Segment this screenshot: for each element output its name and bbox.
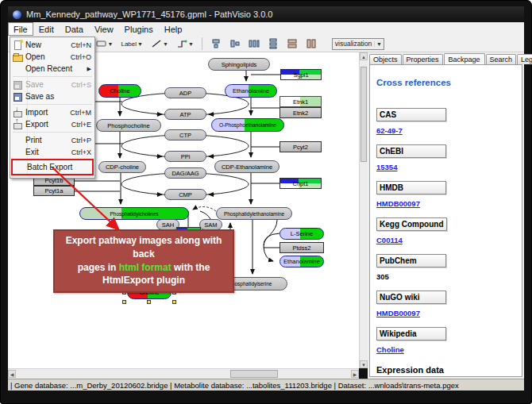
node-cdp-choline[interactable]: CDP-choline (98, 161, 146, 173)
xref-link[interactable]: 15354 (376, 163, 517, 171)
section-header: Kegg Compound (376, 217, 447, 231)
canvas-vertical-scrollbar[interactable]: ▲ ▼ (359, 52, 368, 368)
node-cdp-ethanolamine[interactable]: CDP-Ethanolamine (214, 160, 279, 173)
xref-link[interactable]: C00114 (376, 236, 517, 244)
menu-item-label: Print (25, 136, 69, 144)
node-pcyt2[interactable]: Pcyt2 (279, 141, 322, 152)
add-connector-button[interactable]: ▼ (174, 36, 196, 52)
backpage-section-hmdb: HMDBHMDB00097 (376, 179, 517, 208)
menu-view[interactable]: View (89, 22, 119, 36)
file-menu-item-save-as[interactable]: Save as (11, 90, 94, 102)
menu-icon-spacer (14, 163, 25, 172)
status-text: | Gene database: ...m_Derby_20120602.bri… (10, 381, 459, 390)
menu-plugins[interactable]: Plugins (119, 22, 159, 36)
node-pcyt1a[interactable]: Pcyt1a (33, 186, 75, 196)
add-datanode-button[interactable]: ▼ (94, 36, 116, 52)
file-menu-item-print[interactable]: PrintCtrl+P (11, 134, 94, 146)
align-center-button[interactable] (208, 36, 224, 52)
file-menu-item-new[interactable]: NewCtrl+N (11, 39, 94, 51)
node-ppi[interactable]: PPi (164, 151, 206, 162)
common-height-button[interactable] (303, 36, 319, 52)
file-menu-item-export[interactable]: ExportCtrl+E (11, 118, 94, 130)
node-etnk1[interactable]: Etnk1 (279, 96, 322, 107)
selection-handle[interactable] (122, 300, 126, 304)
file-menu: NewCtrl+NOpenCtrl+OOpen Recent▶SaveCtrl+… (10, 37, 95, 179)
selection-handle[interactable] (172, 300, 176, 304)
common-width-button[interactable] (284, 36, 300, 52)
node-sgpl1[interactable]: Sgpl1 (280, 69, 322, 80)
backpage-section-nugo-wiki: NuGO wikiHMDB00097 (376, 289, 517, 317)
node-choline[interactable]: Choline (98, 84, 141, 98)
node-sphingolipids[interactable]: Sphingolipids (208, 58, 270, 71)
visualization-combobox[interactable]: visualization ▼ (332, 38, 384, 50)
node-ethanolamine[interactable]: Ethanolamine (225, 84, 277, 98)
export-icon (13, 120, 23, 129)
node-phosphatidylethanolamine[interactable]: Phosphatidylethanolamine (216, 207, 292, 220)
scroll-up-icon[interactable]: ▲ (360, 52, 368, 60)
node-phosphocholine[interactable]: Phosphocholine (96, 119, 161, 132)
distribute-vertical-button[interactable] (265, 36, 281, 52)
node-sam[interactable]: SAM (199, 219, 222, 230)
node-adp[interactable]: ADP (164, 87, 206, 98)
tab-search[interactable]: Search (486, 54, 517, 64)
chevron-down-icon[interactable]: ▼ (137, 41, 143, 47)
horizontal-scroll-thumb[interactable] (230, 370, 278, 378)
vertical-scroll-thumb[interactable] (360, 67, 367, 162)
callout-annotation: Export pathway images along with back pa… (53, 229, 234, 293)
new-file-icon (13, 40, 23, 50)
chevron-down-icon[interactable]: ▼ (108, 41, 114, 47)
node-dag-aag[interactable]: DAG/AAG (164, 167, 206, 179)
scroll-left-icon[interactable]: ◀ (8, 370, 16, 378)
add-label-button[interactable]: Label ▼ (118, 36, 145, 52)
add-line-button[interactable]: ▼ (148, 36, 171, 52)
xref-link[interactable]: HMDB00097 (376, 199, 517, 208)
tab-legend[interactable]: Legend (517, 54, 532, 64)
tab-properties[interactable]: Properties (403, 54, 443, 64)
menu-bar: FileEditDataViewPluginsHelp (8, 22, 524, 36)
file-menu-item-open[interactable]: OpenCtrl+O (11, 51, 94, 63)
xref-link[interactable]: HMDB00097 (376, 309, 517, 317)
menu-item-label: Import (25, 108, 67, 117)
section-header: NuGO wiki (376, 290, 446, 304)
menu-edit[interactable]: Edit (33, 22, 60, 36)
save-disk-icon (13, 92, 23, 102)
node-ethanolamine[interactable]: Ethanolamine (279, 256, 324, 267)
scroll-down-icon[interactable]: ▼ (360, 360, 368, 368)
chevron-down-icon[interactable]: ▼ (188, 41, 194, 47)
menu-file[interactable]: File (8, 22, 33, 36)
annotation-line: Export pathway images along with back (56, 234, 231, 261)
node-cmp[interactable]: CMP (164, 189, 206, 200)
file-menu-item-import[interactable]: ImportCtrl+M (11, 106, 94, 118)
file-menu-item-batch-export[interactable]: Batch Export (11, 159, 94, 175)
node-ctp[interactable]: CTP (164, 129, 206, 140)
node-etnk2[interactable]: Etnk2 (279, 107, 322, 118)
menu-data[interactable]: Data (60, 22, 89, 36)
xref-link[interactable]: 62-49-7 (376, 126, 517, 135)
file-menu-item-save[interactable]: SaveCtrl+S (11, 79, 94, 90)
menu-icon-spacer (13, 148, 23, 157)
node-o-phosphoethanolamine[interactable]: O-Phosphoethanolamine (211, 118, 284, 132)
menu-shortcut: Ctrl+X (71, 148, 91, 156)
node-chpt1[interactable]: Chpt1 (279, 178, 322, 189)
tab-objects[interactable]: Objects (369, 54, 402, 64)
canvas-horizontal-scrollbar[interactable]: ◀ ▶ (8, 368, 359, 379)
align-middle-button[interactable] (227, 36, 243, 52)
node-ptdss2[interactable]: Ptdss2 (279, 242, 324, 253)
datanode-icon (96, 39, 107, 48)
menu-help[interactable]: Help (159, 22, 188, 36)
annotation-highlight: html format (119, 262, 172, 273)
node-l-serine[interactable]: L-Serine (279, 228, 324, 240)
selection-handle[interactable] (147, 300, 151, 304)
scroll-right-icon[interactable]: ▶ (351, 370, 359, 378)
side-panel-tabs: ObjectsPropertiesBackpageSearchLegend (368, 52, 524, 64)
xref-link[interactable]: Choline (376, 345, 517, 354)
chevron-down-icon[interactable]: ▼ (163, 41, 168, 47)
file-menu-item-open-recent[interactable]: Open Recent▶ (11, 63, 94, 75)
distribute-horizontal-button[interactable] (246, 36, 262, 52)
node-phosphatidylcholines[interactable]: Phosphatidylcholines (79, 207, 189, 220)
node-atp[interactable]: ATP (164, 109, 206, 120)
tab-backpage[interactable]: Backpage (444, 53, 485, 65)
menu-shortcut: Ctrl+P (71, 137, 91, 144)
chevron-down-icon[interactable]: ▼ (374, 41, 382, 47)
file-menu-item-exit[interactable]: ExitCtrl+X (11, 146, 94, 158)
